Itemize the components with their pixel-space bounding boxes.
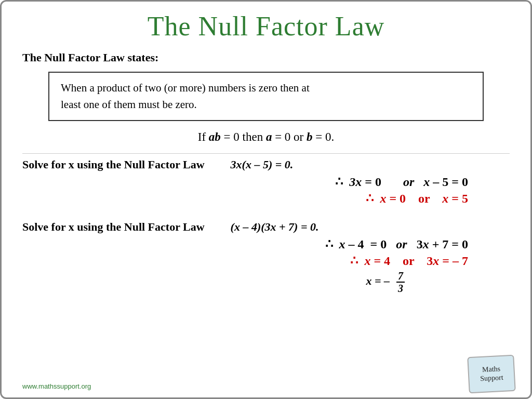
if-ab-line: If ab = 0 then a = 0 or b = 0.	[22, 130, 510, 144]
solve1-step2: ∴ x = 0 or x = 5	[22, 191, 510, 206]
box-text-line2: least one of them must be zero.	[61, 98, 197, 111]
solve2-step3: x = – 7 3	[22, 270, 510, 294]
page-title: The Null Factor Law	[22, 11, 510, 42]
solve-eq-2: (x – 4)(3x + 7) = 0.	[231, 220, 319, 234]
solve-eq-1: 3x(x – 5) = 0.	[231, 158, 294, 171]
solve-section-1: Solve for x using the Null Factor Law 3x…	[22, 158, 510, 206]
solve-section-2: Solve for x using the Null Factor Law (x…	[22, 220, 510, 294]
null-factor-definition-box: When a product of two (or more) numbers …	[48, 72, 484, 121]
solve-label-1: Solve for x using the Null Factor Law	[22, 158, 205, 171]
solve-label-2: Solve for x using the Null Factor Law	[22, 220, 205, 234]
fraction-7-3: 7 3	[396, 270, 405, 294]
solve-header-1: Solve for x using the Null Factor Law 3x…	[22, 158, 510, 171]
footer-url: www.mathssupport.org	[22, 382, 91, 390]
section1-label: The Null Factor Law states:	[22, 51, 510, 64]
solve-header-2: Solve for x using the Null Factor Law (x…	[22, 220, 510, 234]
solve2-step2: ∴ x = 4 or 3x = – 7	[22, 254, 510, 268]
solve2-step1: ∴ x – 4 = 0 or 3x + 7 = 0	[22, 237, 510, 251]
maths-support-logo: Maths Support	[467, 355, 516, 394]
box-text-line1: When a product of two (or more) numbers …	[61, 82, 310, 94]
page: The Null Factor Law The Null Factor Law …	[2, 2, 530, 397]
solve1-step1: ∴ 3x = 0 or x – 5 = 0	[22, 175, 510, 189]
logo-text: Maths Support	[480, 365, 503, 383]
